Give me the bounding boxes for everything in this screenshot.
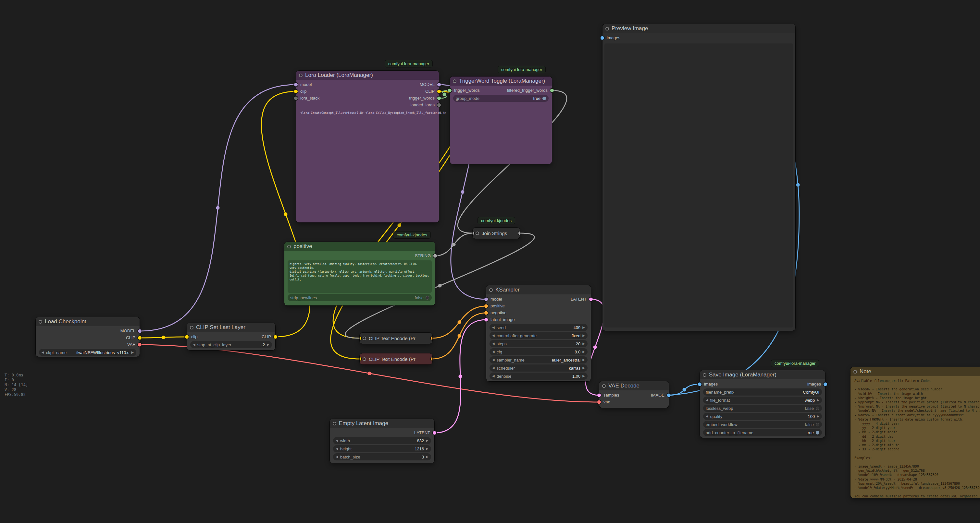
port-collapsed-input[interactable] [360, 357, 361, 361]
link-midpoint-dot[interactable] [397, 223, 401, 227]
node-vae-decode[interactable]: VAE Decode samples IMAGE vae [599, 381, 669, 408]
port-clip-output[interactable] [437, 89, 441, 93]
port-samples-input[interactable] [597, 393, 601, 397]
port-vae-input[interactable] [597, 400, 601, 404]
widget-file-format[interactable]: ◀ file_format webp ▶ [703, 396, 822, 404]
link-midpoint-dot[interactable] [796, 183, 800, 187]
collapse-dot-icon[interactable] [853, 370, 857, 374]
node-titlebar[interactable]: Preview Image [603, 24, 795, 33]
node-titlebar[interactable]: Join Strings [473, 228, 520, 239]
widget-ckpt-name[interactable]: ◀ ckpt_name ilwaiNSFWIllustrious_v110.s … [39, 349, 136, 356]
widget-filename-prefix[interactable]: filename_prefix ComfyUI [703, 388, 822, 396]
node-clip-text-encode-negative[interactable]: CLIP Text Encode (Pr [360, 353, 433, 365]
widget-cfg[interactable]: ◀ cfg 8.0 ▶ [490, 348, 587, 355]
arrow-left-icon[interactable]: ◀ [41, 351, 44, 354]
node-titlebar[interactable]: CLIP Set Last Layer [187, 323, 275, 332]
link-midpoint-dot[interactable] [162, 336, 165, 339]
arrow-right-icon[interactable]: ▶ [582, 342, 585, 345]
node-titlebar[interactable]: Load Checkpoint [36, 317, 140, 326]
link-midpoint-dot[interactable] [682, 388, 686, 392]
arrow-right-icon[interactable]: ▶ [426, 447, 428, 450]
widget-control-after-generate[interactable]: ◀ control after generate fixed ▶ [490, 332, 587, 339]
toggle-knob[interactable] [816, 423, 819, 426]
toggle-knob[interactable] [542, 97, 546, 100]
node-join-strings[interactable]: Join Strings [473, 228, 520, 239]
port-trigger-words-input[interactable] [448, 89, 452, 92]
port-images-output[interactable] [824, 382, 827, 386]
collapse-dot-icon[interactable] [363, 336, 366, 340]
node-clip-text-encode-positive[interactable]: CLIP Text Encode (Pr [360, 333, 433, 344]
arrow-left-icon[interactable]: ◀ [492, 334, 495, 337]
toggle-knob[interactable] [816, 431, 819, 434]
node-trigger-word-toggle[interactable]: TriggerWord Toggle (LoraManager) trigger… [450, 76, 552, 164]
toggle-knob[interactable] [426, 296, 429, 300]
widget-add-counter-to-filename[interactable]: add_counter_to_filename true [703, 429, 822, 436]
widget-width[interactable]: ◀ width 832 ▶ [333, 437, 431, 444]
collapse-dot-icon[interactable] [476, 231, 479, 235]
arrow-right-icon[interactable]: ▶ [582, 374, 585, 378]
link-midpoint-dot[interactable] [216, 206, 220, 209]
collapse-dot-icon[interactable] [39, 320, 42, 323]
link-midpoint-dot[interactable] [438, 284, 442, 287]
toggle-knob[interactable] [816, 407, 819, 410]
port-positive-input[interactable] [484, 304, 488, 308]
node-titlebar[interactable]: KSampler [486, 285, 591, 295]
port-collapsed-output[interactable] [519, 231, 520, 235]
link-midpoint-dot[interactable] [593, 345, 597, 349]
port-filtered-trigger-words-output[interactable] [550, 89, 554, 92]
link-midpoint-dot[interactable] [458, 334, 461, 338]
arrow-left-icon[interactable]: ◀ [492, 358, 495, 361]
node-empty-latent-image[interactable]: Empty Latent Image LATENT ◀ width 832 ▶ … [330, 419, 434, 463]
port-conditioning-output[interactable] [431, 357, 433, 361]
node-titlebar[interactable]: Empty Latent Image [330, 419, 434, 428]
arrow-left-icon[interactable]: ◀ [492, 342, 495, 345]
node-titlebar[interactable]: positive [284, 242, 435, 251]
link-midpoint-dot[interactable] [284, 212, 288, 216]
port-images-input[interactable] [601, 36, 604, 40]
widget-steps[interactable]: ◀ steps 20 ▶ [490, 340, 587, 347]
port-clip-input[interactable] [294, 89, 298, 93]
arrow-right-icon[interactable]: ▶ [267, 343, 269, 346]
node-save-image[interactable]: Save Image (LoraManager) images images f… [700, 370, 825, 438]
port-clip-output[interactable] [274, 335, 277, 339]
arrow-left-icon[interactable]: ◀ [492, 374, 495, 378]
port-clip-output[interactable] [138, 336, 142, 339]
node-titlebar[interactable]: Lora Loader (LoraManager) [296, 71, 439, 80]
arrow-right-icon[interactable]: ▶ [426, 455, 428, 458]
collapse-dot-icon[interactable] [287, 245, 291, 248]
collapse-dot-icon[interactable] [333, 422, 336, 425]
port-clip-input[interactable] [185, 335, 189, 339]
widget-lossless-webp[interactable]: lossless_webp false [703, 405, 822, 412]
widget-batch-size[interactable]: ◀ batch_size 3 ▶ [333, 453, 431, 460]
node-preview-image[interactable]: Preview Image images [603, 24, 795, 331]
link-midpoint-dot[interactable] [461, 190, 465, 194]
widget-seed[interactable]: ◀ seed 409 ▶ [490, 324, 587, 331]
widget-height[interactable]: ◀ height 1216 ▶ [333, 445, 431, 452]
port-trigger-words-output[interactable] [437, 96, 441, 100]
link-midpoint-dot[interactable] [459, 374, 462, 378]
node-lora-loader[interactable]: Lora Loader (LoraManager) model MODEL cl… [296, 71, 439, 222]
arrow-left-icon[interactable]: ◀ [336, 447, 338, 450]
widget-scheduler[interactable]: ◀ scheduler karras ▶ [490, 365, 587, 372]
node-titlebar[interactable]: VAE Decode [599, 381, 669, 390]
arrow-left-icon[interactable]: ◀ [492, 350, 495, 353]
port-vae-output[interactable] [138, 343, 142, 346]
widget-quality[interactable]: ◀ quality 100 ▶ [703, 413, 822, 420]
port-string-output[interactable] [433, 254, 437, 257]
port-model-output[interactable] [437, 83, 441, 86]
node-note[interactable]: Note Available filename_prefix Pattern C… [851, 367, 980, 498]
widget-stop-at-clip-layer[interactable]: ◀ stop_at_clip_layer -2 ▶ [190, 341, 272, 348]
arrow-right-icon[interactable]: ▶ [426, 439, 428, 442]
port-loaded-loras-output[interactable] [437, 103, 441, 107]
port-lora-stack-input[interactable] [294, 96, 298, 100]
graph-canvas[interactable]: T: 0.0ms I: 0 N: 14 [14] V: 28 FPS:59.82… [0, 0, 980, 523]
node-positive-prompt[interactable]: positive STRING highres, very detailed, … [284, 242, 435, 306]
port-images-input[interactable] [698, 382, 702, 386]
widget-sampler-name[interactable]: ◀ sampler_name euler_ancestral ▶ [490, 357, 587, 363]
port-negative-input[interactable] [484, 311, 488, 314]
lora-syntax-text[interactable]: <lora:CreateConcept_Illustrious:0.8> <lo… [300, 111, 435, 114]
node-titlebar[interactable]: CLIP Text Encode (Pr [360, 333, 433, 344]
node-titlebar[interactable]: CLIP Text Encode (Pr [360, 353, 433, 365]
port-model-input[interactable] [484, 297, 488, 301]
node-clip-set-last-layer[interactable]: CLIP Set Last Layer clip CLIP ◀ stop_at_… [187, 323, 275, 350]
